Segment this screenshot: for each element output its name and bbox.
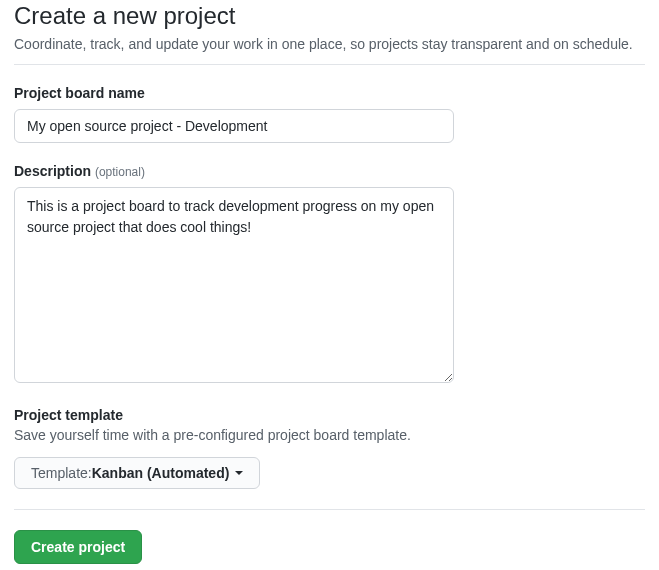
template-section-title: Project template: [14, 407, 645, 423]
board-name-input[interactable]: [14, 109, 454, 143]
optional-tag: (optional): [95, 165, 145, 179]
page-subtitle: Coordinate, track, and update your work …: [14, 36, 645, 65]
description-textarea[interactable]: This is a project board to track develop…: [14, 187, 454, 383]
board-name-label: Project board name: [14, 85, 645, 101]
chevron-down-icon: [235, 471, 243, 475]
page-title: Create a new project: [14, 2, 645, 30]
template-section-desc: Save yourself time with a pre-configured…: [14, 427, 645, 443]
divider: [14, 509, 645, 510]
create-project-button[interactable]: Create project: [14, 530, 142, 564]
template-dropdown[interactable]: Template: Kanban (Automated): [14, 457, 260, 489]
template-prefix: Template:: [31, 463, 92, 483]
template-selected-value: Kanban (Automated): [92, 463, 230, 483]
description-label: Description (optional): [14, 163, 645, 179]
description-label-text: Description: [14, 163, 91, 179]
